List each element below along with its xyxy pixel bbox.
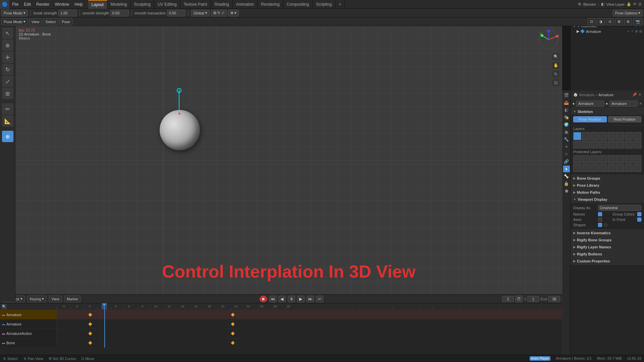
menu-render[interactable]: Render [34,0,52,9]
viewport-overlays-btn[interactable]: ⊞ [615,18,623,25]
prev-frame-btn[interactable]: ◀ [278,296,286,302]
ik-header[interactable]: ▶ Inverse Kinematics [571,230,644,236]
tab-compositing[interactable]: Compositing [283,0,313,9]
snap-btn[interactable]: ⊕ ▾ [228,10,239,16]
smooth-transaction-input[interactable] [167,10,185,16]
layer-5[interactable] [608,132,616,140]
pause-btn[interactable]: ⏸ [288,296,295,302]
tl-marker-btn[interactable]: Marker [64,296,80,302]
player-16[interactable] [633,164,641,172]
pose-mode-btn[interactable]: Pose Mode ▾ [1,10,28,16]
props-pin-icon[interactable]: 📌 [632,93,637,97]
player-4[interactable] [599,155,607,163]
layer-6[interactable] [616,132,624,140]
tool-annotate[interactable]: ✏ [2,103,13,115]
sc-arm-eye[interactable]: ✓ [627,29,630,33]
display-as-select[interactable]: Octahedral [598,205,641,211]
jump-start-btn[interactable]: ⏮ [269,296,276,302]
player-3[interactable] [590,155,598,163]
view-layer-label[interactable]: View Layer [606,2,625,6]
viewport-view-btn[interactable]: View [29,18,42,25]
bone-groups-header[interactable]: ▶ Bone Groups [571,175,644,182]
prop-tab-particles[interactable]: ✴ [563,143,570,150]
window-maximize-icon[interactable]: ⊡ [638,2,641,6]
track-armature2[interactable]: ▬ Armature [0,319,57,329]
tool-pose[interactable]: ⊕ [2,131,13,142]
viewport-xray-btn[interactable]: ⊙ [606,18,614,25]
viewport-pose-btn[interactable]: Pose [59,18,72,25]
tool-scale[interactable]: ⤢ [2,76,13,87]
tab-add[interactable]: + [335,0,345,9]
nav-camera-btn[interactable]: ⊡ [552,79,559,86]
player-6[interactable] [616,155,624,163]
tool-transform[interactable]: ⊞ [2,88,13,99]
pose-position-btn[interactable]: Pose Position [573,116,607,122]
skeleton-header[interactable]: ▼ Skeleton [571,108,644,115]
tab-shading[interactable]: Shading [211,0,233,9]
tab-animation[interactable]: Animation [233,0,258,9]
pose-library-header[interactable]: ▶ Pose Library [571,182,644,189]
layer-7[interactable] [625,132,633,140]
rigify-layer-names-header[interactable]: ▶ Rigify Layer Names [571,244,644,250]
prop-tab-scene[interactable]: 🎭 [563,114,570,121]
in-front-checkbox[interactable] [637,218,641,222]
motion-paths-header[interactable]: ▶ Motion Paths [571,189,644,196]
nav-zoom-btn[interactable]: 🔍 [552,53,559,60]
tool-cursor[interactable]: ⊕ [2,40,13,51]
tab-texture-paint[interactable]: Texture Paint [180,0,211,9]
3d-viewport[interactable]: fps: 21.72 (2) Armature : Bone Meters Co… [15,26,562,302]
layer-11[interactable] [590,141,598,149]
layer-2[interactable] [582,132,590,140]
track-row-2[interactable] [57,319,562,329]
prop-tab-output[interactable]: 📤 [563,99,570,106]
layer-4[interactable] [599,132,607,140]
prop-tab-material[interactable]: ⬟ [563,188,570,194]
tab-scripting[interactable]: Scripting [313,0,335,9]
prop-tab-bone-constraints[interactable]: 🔒 [563,180,570,187]
layer-8[interactable] [633,132,641,140]
render-engine-label[interactable]: Blender [583,2,596,6]
track-row-4[interactable] [57,338,562,348]
tl-view-btn[interactable]: View [49,296,62,302]
player-10[interactable] [582,164,590,172]
player-7[interactable] [625,155,633,163]
track-bone[interactable]: ▬ Bone [0,338,57,348]
player-9[interactable] [573,164,581,172]
armature-close-btn[interactable]: ✕ [639,102,642,106]
next-frame-btn[interactable]: ▶ [297,296,305,302]
player-14[interactable] [616,164,624,172]
custom-props-header[interactable]: ▶ Custom Properties [571,258,644,264]
loop-btn[interactable]: ↩ [316,296,323,302]
prop-tab-constraints[interactable]: 🔗 [563,158,570,165]
nav-rotate-btn[interactable]: ↻ [552,70,559,78]
layer-14[interactable] [616,141,624,149]
tab-layout[interactable]: Layout [88,0,107,9]
layer-1[interactable] [573,132,581,140]
sc-arm-rend[interactable]: ✓ [631,29,634,33]
tool-measure[interactable]: 📐 [2,115,13,127]
tl-search-btn[interactable]: 🔍 [1,304,7,309]
names-checkbox[interactable] [598,212,602,216]
layer-15[interactable] [625,141,633,149]
viewport-mode-btn[interactable]: Pose Mode▾ [1,18,28,25]
transform-icons[interactable]: ⊞ ↻ ⤢ [211,10,227,16]
global-btn[interactable]: Global ▾ [191,10,210,16]
player-15[interactable] [625,164,633,172]
prop-tab-modifiers[interactable]: 🔧 [563,136,570,143]
start-frame[interactable]: 1 [527,296,539,302]
viewport-display-header[interactable]: ▼ Viewport Display [571,196,644,203]
layer-13[interactable] [608,141,616,149]
tab-sculpting[interactable]: Sculpting [131,0,154,9]
prop-tab-physics[interactable]: ⚛ [563,151,570,158]
track-armature1[interactable]: ▬ Armature [0,310,57,319]
menu-window[interactable]: Window [52,0,72,9]
track-row-1[interactable] [57,310,562,319]
rigify-bone-groups-header[interactable]: ▶ Rigify Bone Groups [571,237,644,243]
prop-tab-view-layer[interactable]: ◧ [563,107,570,113]
group-colors-checkbox[interactable] [637,212,641,216]
axes-widget[interactable]: X Y Z [539,29,559,50]
shapes-checkbox[interactable] [598,223,602,227]
menu-file[interactable]: File [9,0,21,9]
player-8[interactable] [633,155,641,163]
anim-player-btn[interactable]: Anim Player [530,356,550,361]
